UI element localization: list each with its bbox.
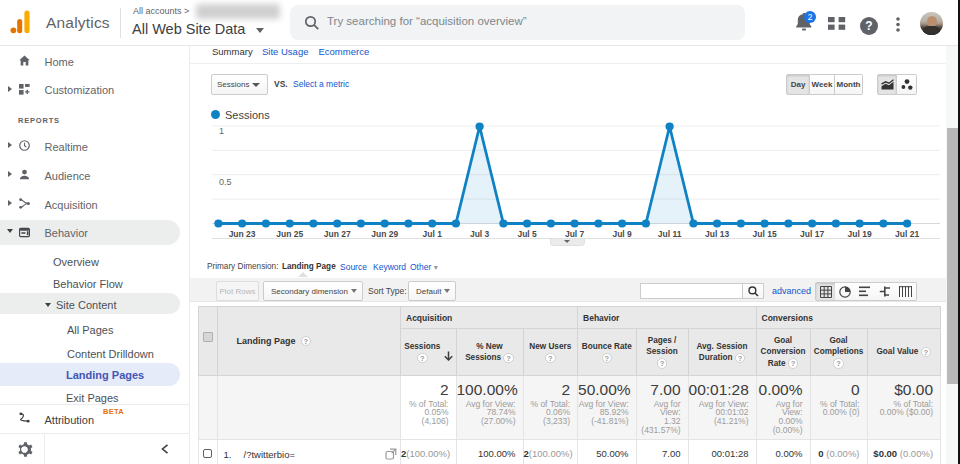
svg-text:Jul 1: Jul 1 [423, 229, 443, 239]
svg-text:Jul 15: Jul 15 [753, 229, 777, 239]
svg-text:Jul 11: Jul 11 [658, 229, 682, 239]
svg-text:Jul 5: Jul 5 [517, 229, 537, 239]
svg-text:Jul 9: Jul 9 [612, 229, 632, 239]
svg-text:1: 1 [219, 126, 224, 136]
svg-text:Jun 27: Jun 27 [324, 229, 351, 239]
svg-text:Jun 29: Jun 29 [371, 229, 398, 239]
svg-text:Jul 21: Jul 21 [895, 229, 919, 239]
svg-text:Jul 17: Jul 17 [800, 229, 824, 239]
svg-text:Jul 13: Jul 13 [705, 229, 729, 239]
svg-text:Jul 3: Jul 3 [470, 229, 490, 239]
svg-text:Jun 25: Jun 25 [276, 229, 303, 239]
svg-text:Jul 19: Jul 19 [848, 229, 872, 239]
svg-text:Sessions: Sessions [225, 109, 270, 121]
svg-text:Jun 23: Jun 23 [229, 229, 256, 239]
svg-text:0.5: 0.5 [219, 177, 232, 187]
svg-text:Jul 7: Jul 7 [565, 229, 585, 239]
